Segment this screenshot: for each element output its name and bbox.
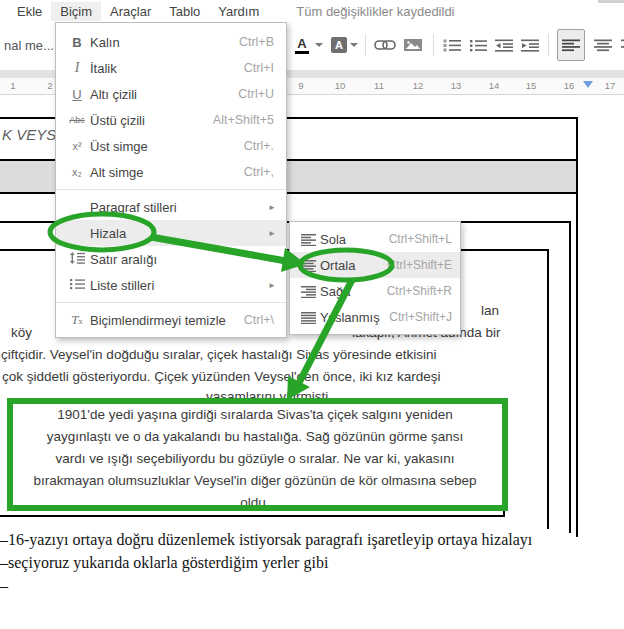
highlight-color-caret-icon[interactable] — [350, 43, 358, 47]
menu-item-satir-araligi[interactable]: Satır aralığı ► — [56, 246, 286, 272]
submenu-item-label: Sağa — [320, 284, 350, 299]
indent-marker-icon[interactable] — [583, 81, 593, 88]
clear-formatting-icon: Tx — [64, 312, 90, 328]
toolbar-separator — [365, 34, 366, 56]
text-color-icon: A — [297, 37, 306, 50]
submenu-item-saga[interactable]: Sağa Ctrl+Shift+R — [290, 278, 460, 304]
menu-araclar[interactable]: Araçlar — [101, 2, 160, 21]
numbered-list-button[interactable] — [442, 32, 462, 58]
increase-indent-button[interactable] — [520, 32, 540, 58]
paragraph-style-selector[interactable]: nal me... — [4, 38, 54, 53]
menu-item-alt-simge[interactable]: x₂ Alt simge Ctrl+, — [56, 159, 286, 185]
submenu-shortcut: Ctrl+Shift+R — [387, 284, 460, 298]
menu-item-italik[interactable]: I İtalik Ctrl+I — [56, 55, 286, 81]
menu-item-liste-stilleri[interactable]: Liste stilleri ► — [56, 272, 286, 298]
text-color-button[interactable]: A — [292, 32, 312, 58]
subscript-icon: x₂ — [64, 166, 90, 178]
note-line: –16-yazıyı ortaya doğru düzenlemek istiy… — [0, 528, 624, 551]
bulleted-list-button[interactable] — [468, 32, 488, 58]
paragraph-line: bırakmayan olumsuzluklar Veysel'in diğer… — [14, 470, 496, 492]
format-menu-dropdown: B Kalın Ctrl+B I İtalik Ctrl+I U Altı çi… — [55, 22, 287, 338]
insert-image-button[interactable] — [401, 32, 425, 58]
note-line: –seçiyoruz yukarıda oklarla gösterdiğim … — [0, 551, 624, 574]
menu-separator — [56, 302, 286, 303]
paragraph-line: vardı ve ışığı seçebiliyordu bu gözüyle … — [14, 448, 496, 470]
highlight-color-icon: A — [331, 37, 347, 53]
menu-shortcut: Ctrl+. — [244, 139, 286, 153]
submenu-item-yaslanmis[interactable]: Yaslanmış Ctrl+Shift+J — [290, 304, 460, 330]
menu-item-label: Biçimlendirmeyi temizle — [90, 313, 226, 328]
align-submenu: Sola Ctrl+Shift+L Ortala Ctrl+Shift+E — [289, 221, 461, 335]
menu-item-bicimlendirmeyi-temizle[interactable]: Tx Biçimlendirmeyi temizle Ctrl+\ — [56, 307, 286, 333]
superscript-icon: x² — [64, 140, 90, 152]
menu-tablo[interactable]: Tablo — [160, 2, 209, 21]
menu-shortcut: Ctrl+, — [244, 165, 286, 179]
align-left-button[interactable] — [557, 29, 585, 61]
menu-yardim[interactable]: Yardım — [209, 2, 268, 21]
toolbar-separator — [548, 34, 549, 56]
submenu-shortcut: Ctrl+Shift+J — [389, 310, 460, 324]
ruler-number: 12 — [413, 80, 424, 91]
menu-item-label: Kalın — [90, 35, 120, 50]
doc-text-fragment: lan — [481, 303, 499, 318]
ruler-number: 1 — [10, 80, 15, 91]
menu-item-label: Üst simge — [90, 139, 148, 154]
note-line: – — [0, 574, 624, 597]
menu-shortcut: Alt+Shift+5 — [213, 113, 286, 127]
menu-item-label: Üstü çizili — [90, 113, 145, 128]
menu-bar: Ekle Biçim Araçlar Tablo Yardım Tüm deği… — [0, 0, 624, 22]
submenu-arrow-icon: ► — [268, 255, 286, 264]
ruler-number: 10 — [335, 80, 346, 91]
annotation-notes: –16-yazıyı ortaya doğru düzenlemek istiy… — [0, 528, 624, 597]
bulleted-list-icon — [469, 39, 487, 52]
decrease-indent-icon — [495, 39, 513, 52]
submenu-item-sola[interactable]: Sola Ctrl+Shift+L — [290, 226, 460, 252]
decrease-indent-button[interactable] — [494, 32, 514, 58]
strikethrough-icon: Abc — [64, 115, 90, 125]
menu-bicim[interactable]: Biçim — [51, 2, 101, 21]
align-justify-icon — [296, 308, 320, 326]
submenu-item-ortala[interactable]: Ortala Ctrl+Shift+E — [290, 252, 460, 278]
paragraph-line: 1901'de yedi yaşına girdiği sıralarda Si… — [14, 404, 496, 426]
ruler-number: 15 — [526, 80, 537, 91]
ruler-number: 13 — [451, 80, 462, 91]
top-right-fragment — [598, 0, 624, 3]
submenu-item-label: Sola — [320, 232, 346, 247]
doc-text-line: çok şiddetli gösteriyordu. Çiçek yüzünde… — [2, 369, 441, 384]
align-center-icon — [594, 39, 612, 52]
menu-item-paragraf-stilleri[interactable]: Paragraf stilleri ► — [56, 194, 286, 220]
save-status: Tüm değişiklikler kaydedildi — [296, 4, 454, 19]
menu-item-label: Hizala — [90, 226, 126, 241]
menu-item-alti-cizili[interactable]: U Altı çizili Ctrl+U — [56, 81, 286, 107]
menu-item-ust-simge[interactable]: x² Üst simge Ctrl+. — [56, 133, 286, 159]
ruler-number: 11 — [374, 80, 384, 91]
ruler-number: 9 — [298, 80, 303, 91]
table-border-right — [576, 117, 578, 537]
menu-shortcut: Ctrl+U — [238, 87, 286, 101]
menu-ekle[interactable]: Ekle — [8, 2, 51, 21]
insert-link-button[interactable] — [373, 32, 397, 58]
toolbar-icon-group: A A — [292, 30, 624, 60]
paragraph-box-bottom — [0, 515, 505, 517]
highlight-color-button[interactable]: A — [331, 32, 347, 58]
menu-item-ustu-cizili[interactable]: Abc Üstü çizili Alt+Shift+5 — [56, 107, 286, 133]
underline-icon: U — [64, 87, 90, 102]
bold-icon: B — [64, 35, 90, 50]
highlighted-paragraph: 1901'de yedi yaşına girdiği sıralarda Si… — [14, 404, 496, 514]
align-left-icon — [296, 230, 320, 248]
text-color-bar — [295, 51, 309, 54]
align-center-button[interactable] — [594, 32, 612, 58]
menu-item-label: Altı çizili — [90, 87, 137, 102]
menu-item-label: Satır aralığı — [90, 252, 157, 267]
menu-item-label: İtalik — [90, 61, 117, 76]
menu-shortcut: Ctrl+\ — [244, 313, 286, 327]
menu-item-hizala[interactable]: Hizala ► — [56, 220, 286, 246]
menu-item-kalin[interactable]: B Kalın Ctrl+B — [56, 29, 286, 55]
toolbar-separator — [433, 34, 434, 56]
submenu-arrow-icon: ► — [268, 281, 286, 290]
align-right-icon — [296, 282, 320, 300]
app-root: Ekle Biçim Araçlar Tablo Yardım Tüm deği… — [0, 0, 624, 629]
submenu-arrow-icon: ► — [268, 203, 286, 212]
list-styles-icon — [64, 276, 90, 294]
text-color-caret-icon[interactable] — [315, 43, 323, 47]
